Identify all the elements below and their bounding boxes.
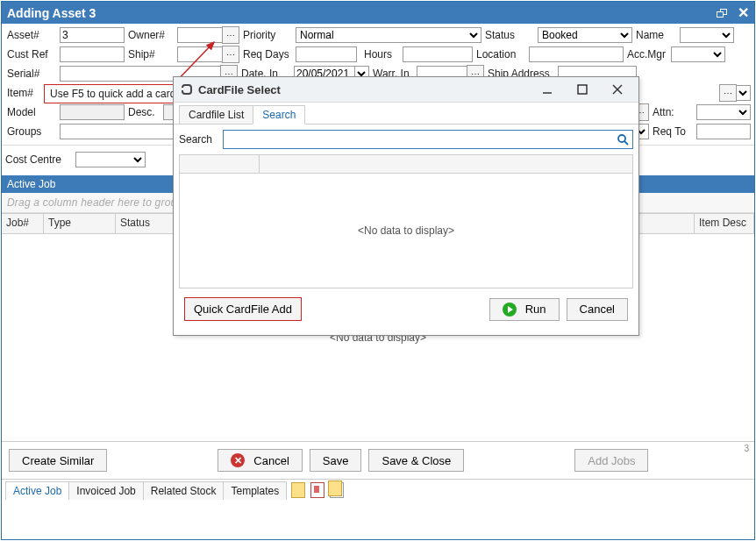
custref-input[interactable] (60, 46, 125, 62)
svg-rect-2 (181, 88, 186, 90)
tab-active-job[interactable]: Active Job (5, 481, 69, 500)
add-jobs-button: Add Jobs (574, 449, 648, 472)
dialog-tab-search[interactable]: Search (253, 105, 305, 125)
status-select[interactable]: Booked (538, 27, 632, 43)
reqto-label: Req To (649, 125, 696, 138)
close-icon[interactable]: ✕ (738, 4, 749, 21)
search-icon[interactable] (613, 131, 632, 148)
row4-dropdown[interactable] (737, 85, 751, 101)
restore-icon[interactable] (717, 6, 727, 20)
play-icon (503, 303, 517, 317)
desc-label: Desc. (125, 106, 163, 118)
run-button[interactable]: Run (489, 298, 560, 321)
costcentre-select[interactable] (75, 152, 146, 167)
quick-cardfile-add-button[interactable]: Quick CardFile Add (184, 297, 302, 321)
custref-label: Cust Ref (5, 48, 60, 61)
app-icon (181, 83, 193, 96)
note-icon[interactable] (291, 482, 305, 498)
search-label: Search (179, 133, 218, 146)
tab-related-stock[interactable]: Related Stock (143, 481, 225, 500)
save-close-button[interactable]: Save & Close (368, 449, 464, 472)
location-input[interactable] (529, 46, 624, 62)
create-similar-button[interactable]: Create Similar (9, 449, 107, 472)
priority-select[interactable]: Normal (296, 27, 481, 43)
cancel-icon: ✕ (231, 453, 245, 467)
location-label: Location (473, 48, 529, 61)
book-icon[interactable] (310, 482, 325, 498)
accmgr-select[interactable] (671, 46, 725, 62)
col-type[interactable]: Type (44, 214, 116, 233)
dialog-minimize-icon[interactable] (530, 79, 565, 100)
hours-label: Hours (364, 48, 403, 61)
svg-point-7 (618, 135, 625, 142)
cardfile-select-dialog: CardFile Select Cardfile List Search Sea… (173, 76, 639, 336)
owner-lookup-button[interactable]: ⋯ (222, 26, 239, 44)
main-titlebar: Adding Asset 3 ✕ (2, 2, 754, 24)
name-label: Name (632, 29, 680, 41)
dialog-tab-cardfile-list[interactable]: Cardfile List (179, 105, 253, 124)
asset-no-input[interactable] (60, 27, 125, 43)
owner-label: Owner# (125, 29, 177, 41)
status-label: Status (481, 29, 538, 41)
dialog-maximize-icon[interactable] (565, 79, 600, 100)
dialog-grid-header (179, 154, 633, 174)
attn-label: Attn: (649, 106, 696, 118)
reqto-input[interactable] (696, 124, 751, 139)
ship-lookup-button[interactable]: ⋯ (222, 46, 239, 63)
reqdays-label: Req Days (239, 48, 296, 61)
dialog-close-icon[interactable] (600, 79, 635, 100)
dialog-grid-empty: <No data to display> (179, 174, 633, 288)
reqdays-input[interactable] (296, 46, 357, 62)
groups-label: Groups (5, 125, 60, 138)
ship-label: Ship# (125, 48, 177, 61)
groups-input[interactable] (60, 124, 174, 139)
attn-select[interactable] (696, 104, 751, 120)
priority-label: Priority (239, 29, 296, 41)
col-itemdesc[interactable]: Item Desc (695, 214, 754, 233)
serial-label: Serial# (5, 68, 60, 80)
svg-rect-4 (578, 85, 587, 94)
svg-line-8 (624, 141, 628, 145)
copy-icon[interactable] (330, 482, 344, 498)
tab-templates[interactable]: Templates (223, 481, 287, 500)
tab-invoiced-job[interactable]: Invoiced Job (68, 481, 143, 500)
col-jobno[interactable]: Job# (2, 214, 44, 233)
dialog-title: CardFile Select (198, 83, 281, 96)
accmgr-label: Acc.Mgr (624, 48, 671, 61)
costcentre-label: Cost Centre (5, 153, 75, 166)
model-input (60, 104, 125, 120)
row4-lookup-button[interactable]: ⋯ (719, 84, 737, 102)
count-badge: 3 (744, 444, 749, 453)
search-input[interactable] (224, 131, 613, 148)
hours-input[interactable] (403, 46, 473, 62)
name-select[interactable] (680, 27, 734, 43)
dialog-cancel-button[interactable]: Cancel (567, 298, 628, 321)
cancel-button[interactable]: ✕Cancel (218, 449, 302, 472)
asset-no-label: Asset# (5, 29, 60, 41)
window-title: Adding Asset 3 (7, 6, 96, 20)
model-label: Model (5, 106, 60, 118)
save-button[interactable]: Save (310, 449, 362, 472)
